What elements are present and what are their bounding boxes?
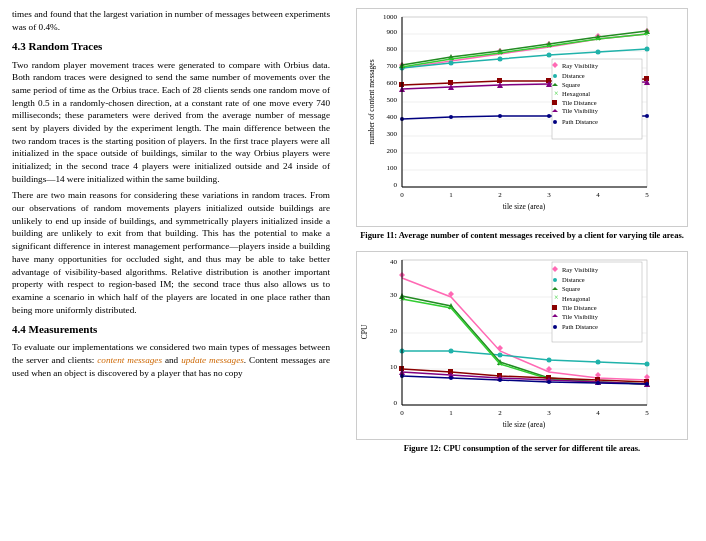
svg-text:900: 900 bbox=[387, 28, 398, 36]
section-43-p1: Two random player movement traces were g… bbox=[12, 59, 330, 186]
svg-point-120 bbox=[645, 362, 650, 367]
svg-point-42 bbox=[645, 47, 650, 52]
svg-text:5: 5 bbox=[645, 409, 649, 417]
svg-text:Tile Distance: Tile Distance bbox=[562, 304, 597, 311]
svg-text:2: 2 bbox=[498, 191, 502, 199]
figure-12-container: 0 10 20 30 40 0 1 2 3 4 5 tile size ( bbox=[348, 251, 696, 458]
svg-text:3: 3 bbox=[547, 191, 551, 199]
intro-text: times and found that the largest variati… bbox=[12, 8, 330, 33]
svg-point-149 bbox=[596, 381, 600, 385]
svg-text:Tile Distance: Tile Distance bbox=[562, 99, 597, 106]
svg-point-69 bbox=[498, 114, 502, 118]
svg-rect-82 bbox=[552, 100, 557, 105]
section-44-title: 4.4 Measurements bbox=[12, 322, 330, 337]
svg-text:40: 40 bbox=[390, 258, 398, 266]
svg-text:×: × bbox=[554, 293, 559, 302]
section-44-p1: To evaluate our implementations we consi… bbox=[12, 341, 330, 379]
svg-point-76 bbox=[553, 74, 557, 78]
svg-point-70 bbox=[547, 114, 551, 118]
svg-rect-151 bbox=[552, 262, 642, 342]
svg-point-154 bbox=[553, 278, 557, 282]
svg-text:0: 0 bbox=[394, 181, 398, 189]
svg-text:1: 1 bbox=[449, 409, 453, 417]
svg-text:Ray Visibility: Ray Visibility bbox=[562, 62, 599, 69]
figure-12-caption: Figure 12: CPU consumption of the server… bbox=[404, 443, 640, 454]
svg-point-150 bbox=[645, 382, 649, 386]
svg-text:2: 2 bbox=[498, 409, 502, 417]
svg-point-72 bbox=[645, 114, 649, 118]
svg-point-40 bbox=[547, 53, 552, 58]
svg-point-146 bbox=[449, 376, 453, 380]
svg-text:Hexagonal: Hexagonal bbox=[562, 295, 590, 302]
svg-text:×: × bbox=[644, 29, 649, 39]
svg-text:300: 300 bbox=[387, 130, 398, 138]
svg-text:20: 20 bbox=[390, 327, 398, 335]
svg-text:Hexagonal: Hexagonal bbox=[562, 90, 590, 97]
svg-text:Distance: Distance bbox=[562, 72, 585, 79]
svg-point-117 bbox=[498, 353, 503, 358]
svg-point-164 bbox=[553, 325, 557, 329]
svg-text:×: × bbox=[595, 34, 600, 44]
svg-text:4: 4 bbox=[596, 409, 600, 417]
section-43-title: 4.3 Random Traces bbox=[12, 39, 330, 54]
figure-12-chart: 0 10 20 30 40 0 1 2 3 4 5 tile size ( bbox=[356, 251, 688, 440]
svg-text:×: × bbox=[554, 89, 559, 98]
figure-11-container: 0 100 200 300 400 500 600 700 800 900 10… bbox=[348, 8, 696, 245]
svg-point-116 bbox=[449, 349, 454, 354]
svg-text:3: 3 bbox=[547, 409, 551, 417]
svg-text:Tile Visibility: Tile Visibility bbox=[562, 313, 599, 320]
svg-text:0: 0 bbox=[394, 399, 398, 407]
svg-text:tile size (area): tile size (area) bbox=[503, 202, 546, 211]
svg-text:×: × bbox=[546, 41, 551, 51]
svg-text:CPU: CPU bbox=[360, 324, 369, 339]
left-column: times and found that the largest variati… bbox=[0, 0, 340, 541]
svg-text:×: × bbox=[448, 303, 453, 313]
svg-text:Square: Square bbox=[562, 285, 580, 292]
svg-point-68 bbox=[449, 115, 453, 119]
svg-text:4: 4 bbox=[596, 191, 600, 199]
svg-text:1: 1 bbox=[449, 191, 453, 199]
svg-text:tile size (area): tile size (area) bbox=[503, 420, 546, 429]
update-messages-term: update messages bbox=[181, 355, 244, 365]
svg-text:Distance: Distance bbox=[562, 276, 585, 283]
section-43-p2: There are two main reasons for consideri… bbox=[12, 189, 330, 316]
svg-text:30: 30 bbox=[390, 291, 398, 299]
svg-rect-57 bbox=[497, 78, 502, 83]
svg-text:700: 700 bbox=[387, 62, 398, 70]
svg-text:400: 400 bbox=[387, 113, 398, 121]
svg-text:100: 100 bbox=[387, 164, 398, 172]
highlight-each: Each bbox=[162, 85, 180, 95]
svg-rect-160 bbox=[552, 305, 557, 310]
svg-text:×: × bbox=[497, 359, 502, 369]
svg-text:×: × bbox=[448, 54, 453, 64]
svg-text:Tile Visibility: Tile Visibility bbox=[562, 107, 599, 114]
svg-text:10: 10 bbox=[390, 363, 398, 371]
svg-text:1000: 1000 bbox=[383, 13, 398, 21]
svg-text:500: 500 bbox=[387, 96, 398, 104]
content-messages-term: content messages bbox=[97, 355, 162, 365]
figure-11-caption: Figure 11: Average number of content mes… bbox=[360, 230, 684, 241]
svg-text:0: 0 bbox=[400, 191, 404, 199]
svg-point-148 bbox=[547, 380, 551, 384]
svg-text:600: 600 bbox=[387, 79, 398, 87]
svg-point-147 bbox=[498, 378, 502, 382]
svg-point-41 bbox=[596, 50, 601, 55]
svg-text:Path Distance: Path Distance bbox=[562, 323, 598, 330]
svg-text:5: 5 bbox=[645, 191, 649, 199]
svg-point-118 bbox=[547, 358, 552, 363]
svg-point-86 bbox=[553, 120, 557, 124]
svg-point-119 bbox=[596, 360, 601, 365]
svg-text:200: 200 bbox=[387, 147, 398, 155]
svg-text:Ray Visibility: Ray Visibility bbox=[562, 266, 599, 273]
svg-text:Square: Square bbox=[562, 81, 580, 88]
svg-text:number of content messages: number of content messages bbox=[367, 59, 376, 144]
svg-rect-56 bbox=[448, 80, 453, 85]
figure-11-chart: 0 100 200 300 400 500 600 700 800 900 10… bbox=[356, 8, 688, 227]
svg-text:0: 0 bbox=[400, 409, 404, 417]
svg-text:Path Distance: Path Distance bbox=[562, 118, 598, 125]
right-column: 0 100 200 300 400 500 600 700 800 900 10… bbox=[340, 0, 706, 541]
highlight-performance: performance bbox=[183, 241, 229, 251]
svg-text:×: × bbox=[497, 48, 502, 58]
svg-text:800: 800 bbox=[387, 45, 398, 53]
